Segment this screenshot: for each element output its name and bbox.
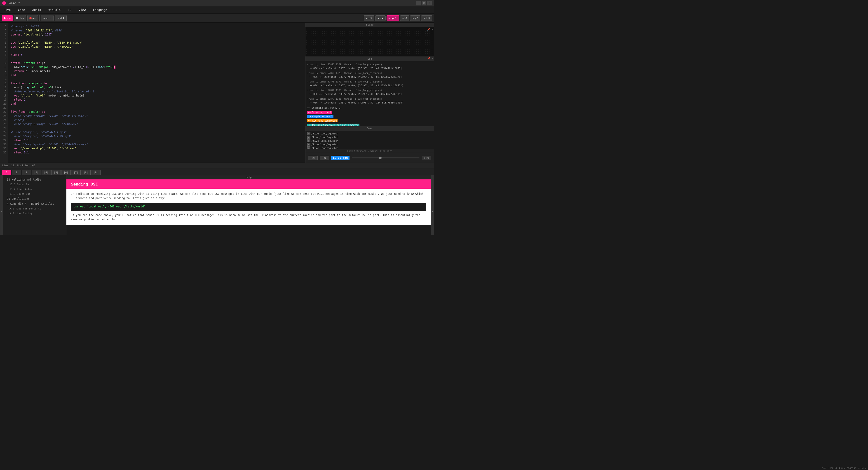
line-num: 30 — [1, 143, 6, 147]
menu-visuals[interactable]: Visuals — [47, 7, 62, 12]
help-body2: If you run the code above, you'll notice… — [71, 213, 426, 222]
tab-4[interactable]: |4| — [41, 170, 51, 175]
log-close-icon[interactable]: × — [432, 57, 433, 60]
help-icon: △ — [416, 17, 418, 20]
code-tabs: |0| |1| |2| |3| |4| |5| |6| |7| |8| |9| — [0, 168, 434, 175]
bpm-display[interactable]: 60.00 bpm — [331, 156, 349, 160]
menu-view[interactable]: View — [77, 7, 87, 12]
scope-dots — [305, 27, 434, 57]
link-button[interactable]: Link — [308, 156, 318, 160]
size-up-button[interactable]: size ▲ — [375, 15, 386, 21]
sidebar-item-appendix[interactable]: A Appendix A - MagPi Articles — [3, 201, 66, 206]
rec-button[interactable]: rec — [27, 15, 38, 21]
cue-item-1: ▣ /live_loop/squelch — [307, 132, 432, 135]
code-editor[interactable]: 1 2 3 4 5 6 7 8 9 10 11 12 13 14 15 16 1… — [0, 23, 305, 163]
scope-icon: 〜 — [395, 16, 397, 20]
prefs-button[interactable]: prefs ⊞ — [421, 15, 432, 21]
line-num: 27 — [1, 130, 6, 134]
log-pausing: => Pausing SuperCollider Audio Server — [307, 123, 432, 126]
save-button[interactable]: save ＋ — [41, 15, 54, 21]
run-label: run — [7, 17, 11, 20]
completed-run-badge: => Completed run 1 — [307, 115, 334, 118]
line-num: 26 — [1, 126, 6, 130]
log-pin-icon[interactable]: 📌 — [428, 57, 430, 60]
sidebar-item-tips[interactable]: A.1 Tips for Sonic Pi — [3, 206, 66, 211]
line-num: 9 — [1, 57, 6, 61]
run-button[interactable]: run — [2, 15, 13, 21]
tab-3[interactable]: |3| — [32, 170, 41, 175]
tab-8[interactable]: |8| — [81, 170, 91, 175]
help-label: help — [412, 17, 416, 20]
tab-0[interactable]: |0| — [2, 170, 11, 175]
tab-7[interactable]: |7| — [71, 170, 81, 175]
stop-button[interactable]: stop — [14, 15, 26, 21]
main-content: 1 2 3 4 5 6 7 8 9 10 11 12 13 14 15 16 1… — [0, 23, 434, 163]
sidebar-item-sound-out[interactable]: 13.3 Sound Out — [3, 192, 66, 196]
bpm-slider[interactable] — [352, 157, 420, 158]
line-num: 14 — [1, 77, 6, 81]
size-up-icon: ▲ — [381, 17, 384, 20]
info-button[interactable]: info λ — [400, 15, 409, 21]
sidebar-item-sound-in[interactable]: 13.1 Sound In — [3, 182, 66, 187]
help-button[interactable]: help △ — [410, 15, 420, 21]
tab-5[interactable]: |5| — [51, 170, 61, 175]
app-icon — [2, 1, 6, 5]
line-num: 20 — [1, 102, 6, 106]
tap-button[interactable]: Tap — [320, 156, 329, 160]
help-content[interactable]: Sending OSC In addition to receiving OSC… — [66, 180, 431, 235]
tab-2[interactable]: |2| — [22, 170, 31, 175]
info-label: info — [402, 17, 406, 20]
menu-audio[interactable]: Audio — [31, 7, 42, 12]
code-area[interactable]: #use_synth :tb303 #use_osc "192.150.23.1… — [8, 23, 305, 163]
menu-io[interactable]: IO — [67, 7, 73, 12]
link-metronome-section: Link Metronome & Global Time Warp Link T… — [305, 149, 434, 163]
menu-language[interactable]: Language — [92, 7, 109, 12]
line-num: 6 — [1, 45, 6, 49]
log-status-area: => Stopping all runs.... => Stopping run… — [307, 106, 432, 126]
scope-button[interactable]: scope 〜 — [386, 15, 399, 21]
load-button[interactable]: load ⬇ — [55, 15, 67, 21]
menu-bar: Live Code Audio Visuals IO View Language — [0, 6, 434, 13]
sidebar-item-live-coding[interactable]: A.2 Live Coding — [3, 211, 66, 216]
menu-code[interactable]: Code — [17, 7, 26, 12]
status-bar: Line: 11, Position: 65 — [0, 163, 434, 168]
maximize-button[interactable]: □ — [422, 1, 426, 5]
scope-pin-icon[interactable]: 📌 — [427, 28, 430, 31]
size-down-button[interactable]: size ▼ — [364, 15, 374, 21]
code-lines: 1 2 3 4 5 6 7 8 9 10 11 12 13 14 15 16 1… — [0, 23, 305, 163]
close-button[interactable]: ✕ — [427, 1, 432, 5]
minimize-button[interactable]: ─ — [416, 1, 421, 5]
bpm-slider-thumb — [379, 157, 381, 159]
tab-9[interactable]: |9| — [91, 170, 100, 175]
sidebar-item-conclusions[interactable]: 99 Conclusions — [3, 196, 66, 201]
cue-label-1: /live_loop/squelch — [311, 132, 338, 135]
side-toggle[interactable]: ◄ — [0, 175, 3, 235]
scope-close-icon[interactable]: × — [432, 28, 433, 31]
log-stopping-all: => Stopping all runs.... — [307, 106, 432, 110]
cue-icon-2: ▣ — [307, 135, 310, 139]
size-label-2: size — [377, 17, 381, 20]
load-label: load — [57, 17, 62, 20]
side-toggle-right[interactable]: ► — [431, 175, 434, 235]
cue-item-5: ▣ /live_loop/squelch — [307, 146, 432, 149]
all-runs-badge: => All runs completed — [307, 119, 338, 122]
log-header-3: {run: 1, time: 52875.1379, thread: :live… — [307, 80, 432, 84]
menu-live[interactable]: Live — [2, 7, 12, 12]
sidebar-item-live-audio[interactable]: 13.2 Live Audio — [3, 187, 66, 192]
tab-1[interactable]: |1| — [12, 170, 21, 175]
scope-section: Scope 📌 × — [305, 23, 434, 57]
log-area[interactable]: {run: 1, time: 52873.1379, thread: :live… — [305, 61, 434, 126]
scope-label: scope — [389, 17, 395, 20]
line-num: 17 — [1, 90, 6, 94]
cue-icon-5: ▣ — [307, 147, 310, 149]
log-all-runs: => All runs completed — [307, 119, 432, 123]
sidebar-item-multichannel[interactable]: 13 Multichannel Audio — [3, 177, 66, 182]
tab-6[interactable]: |6| — [61, 170, 71, 175]
scope-area: 📌 × — [305, 27, 434, 57]
bottom-panel: ◄ 13 Multichannel Audio 13.1 Sound In 13… — [0, 175, 434, 235]
title-bar-controls[interactable]: ─ □ ✕ — [416, 1, 432, 5]
cue-item-3: ▣ /live_loop/squelch — [307, 139, 432, 143]
log-completed-run: => Completed run 1 — [307, 115, 432, 118]
link-area: Link Tap 60.00 bpm 0 ms — [305, 153, 434, 163]
log-header-5: {run: 1, time: 52877.1388, thread: :live… — [307, 97, 432, 101]
